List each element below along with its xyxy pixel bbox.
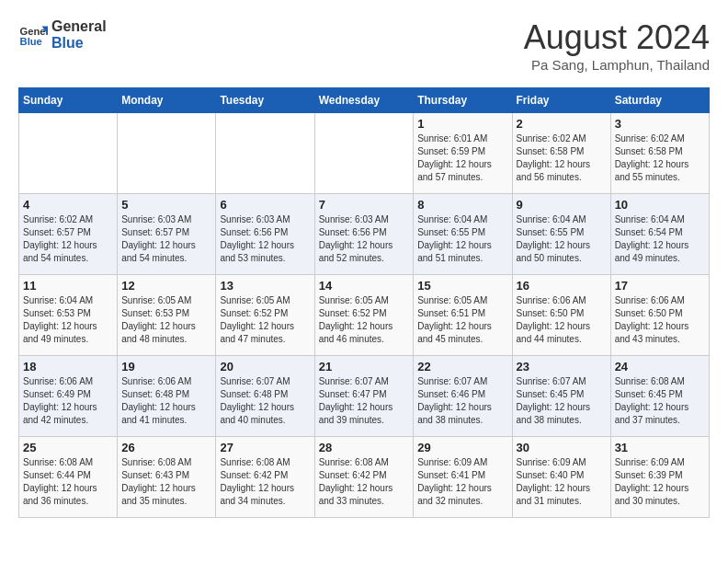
calendar-week-row: 25Sunrise: 6:08 AM Sunset: 6:44 PM Dayli… bbox=[19, 437, 710, 518]
calendar-cell: 13Sunrise: 6:05 AM Sunset: 6:52 PM Dayli… bbox=[216, 275, 314, 356]
day-number: 15 bbox=[417, 279, 507, 293]
day-number: 28 bbox=[319, 441, 410, 454]
calendar-cell: 1Sunrise: 6:01 AM Sunset: 6:59 PM Daylig… bbox=[414, 113, 512, 194]
day-number: 25 bbox=[23, 441, 113, 454]
day-number: 13 bbox=[220, 279, 310, 293]
calendar-table: SundayMondayTuesdayWednesdayThursdayFrid… bbox=[18, 87, 710, 518]
svg-text:Blue: Blue bbox=[20, 36, 42, 47]
calendar-cell bbox=[216, 113, 314, 194]
cell-info-text: Sunrise: 6:01 AM Sunset: 6:59 PM Dayligh… bbox=[417, 132, 507, 184]
day-number: 1 bbox=[417, 117, 507, 131]
calendar-cell bbox=[314, 113, 414, 194]
day-number: 11 bbox=[23, 279, 113, 293]
calendar-cell: 28Sunrise: 6:08 AM Sunset: 6:42 PM Dayli… bbox=[314, 437, 414, 518]
cell-info-text: Sunrise: 6:05 AM Sunset: 6:52 PM Dayligh… bbox=[319, 294, 410, 346]
calendar-cell: 21Sunrise: 6:07 AM Sunset: 6:47 PM Dayli… bbox=[314, 356, 414, 437]
cell-info-text: Sunrise: 6:07 AM Sunset: 6:47 PM Dayligh… bbox=[319, 375, 410, 427]
calendar-cell: 14Sunrise: 6:05 AM Sunset: 6:52 PM Dayli… bbox=[314, 275, 414, 356]
calendar-cell: 24Sunrise: 6:08 AM Sunset: 6:45 PM Dayli… bbox=[610, 356, 709, 437]
calendar-cell: 5Sunrise: 6:03 AM Sunset: 6:57 PM Daylig… bbox=[118, 194, 216, 275]
day-number: 21 bbox=[319, 360, 410, 373]
cell-info-text: Sunrise: 6:04 AM Sunset: 6:55 PM Dayligh… bbox=[517, 213, 607, 265]
day-number: 29 bbox=[417, 441, 507, 454]
calendar-cell: 31Sunrise: 6:09 AM Sunset: 6:39 PM Dayli… bbox=[610, 437, 709, 518]
logo-icon: General Blue bbox=[18, 20, 48, 50]
calendar-cell: 4Sunrise: 6:02 AM Sunset: 6:57 PM Daylig… bbox=[19, 194, 118, 275]
day-number: 20 bbox=[220, 360, 310, 373]
calendar-cell: 29Sunrise: 6:09 AM Sunset: 6:41 PM Dayli… bbox=[414, 437, 512, 518]
cell-info-text: Sunrise: 6:08 AM Sunset: 6:44 PM Dayligh… bbox=[23, 456, 113, 508]
calendar-week-row: 18Sunrise: 6:06 AM Sunset: 6:49 PM Dayli… bbox=[19, 356, 710, 437]
calendar-cell: 23Sunrise: 6:07 AM Sunset: 6:45 PM Dayli… bbox=[512, 356, 610, 437]
cell-info-text: Sunrise: 6:05 AM Sunset: 6:51 PM Dayligh… bbox=[417, 294, 507, 346]
cell-info-text: Sunrise: 6:04 AM Sunset: 6:54 PM Dayligh… bbox=[615, 213, 705, 265]
day-number: 23 bbox=[517, 360, 607, 373]
calendar-cell: 3Sunrise: 6:02 AM Sunset: 6:58 PM Daylig… bbox=[610, 113, 709, 194]
calendar-header-day: Saturday bbox=[610, 88, 709, 113]
cell-info-text: Sunrise: 6:05 AM Sunset: 6:52 PM Dayligh… bbox=[220, 294, 310, 346]
cell-info-text: Sunrise: 6:04 AM Sunset: 6:53 PM Dayligh… bbox=[23, 294, 113, 346]
page-header: General Blue General Blue August 2024 Pa… bbox=[18, 18, 710, 73]
cell-info-text: Sunrise: 6:08 AM Sunset: 6:43 PM Dayligh… bbox=[121, 456, 211, 508]
location-subtitle: Pa Sang, Lamphun, Thailand bbox=[524, 57, 710, 73]
cell-info-text: Sunrise: 6:08 AM Sunset: 6:42 PM Dayligh… bbox=[220, 456, 310, 508]
cell-info-text: Sunrise: 6:09 AM Sunset: 6:41 PM Dayligh… bbox=[417, 456, 507, 508]
calendar-cell bbox=[118, 113, 216, 194]
calendar-cell: 6Sunrise: 6:03 AM Sunset: 6:56 PM Daylig… bbox=[216, 194, 314, 275]
calendar-cell: 11Sunrise: 6:04 AM Sunset: 6:53 PM Dayli… bbox=[19, 275, 118, 356]
day-number: 26 bbox=[121, 441, 211, 454]
day-number: 31 bbox=[615, 441, 705, 454]
day-number: 9 bbox=[517, 198, 607, 212]
cell-info-text: Sunrise: 6:03 AM Sunset: 6:56 PM Dayligh… bbox=[319, 213, 410, 265]
day-number: 14 bbox=[319, 279, 410, 293]
logo-blue: Blue bbox=[51, 35, 107, 52]
day-number: 2 bbox=[517, 117, 607, 131]
calendar-header-day: Tuesday bbox=[216, 88, 314, 113]
calendar-cell: 2Sunrise: 6:02 AM Sunset: 6:58 PM Daylig… bbox=[512, 113, 610, 194]
day-number: 16 bbox=[517, 279, 607, 293]
calendar-week-row: 11Sunrise: 6:04 AM Sunset: 6:53 PM Dayli… bbox=[19, 275, 710, 356]
day-number: 17 bbox=[615, 279, 705, 293]
calendar-cell: 19Sunrise: 6:06 AM Sunset: 6:48 PM Dayli… bbox=[118, 356, 216, 437]
cell-info-text: Sunrise: 6:02 AM Sunset: 6:58 PM Dayligh… bbox=[517, 132, 607, 184]
cell-info-text: Sunrise: 6:06 AM Sunset: 6:48 PM Dayligh… bbox=[121, 375, 211, 427]
logo: General Blue General Blue bbox=[18, 18, 107, 51]
day-number: 24 bbox=[615, 360, 705, 373]
cell-info-text: Sunrise: 6:03 AM Sunset: 6:57 PM Dayligh… bbox=[121, 213, 211, 265]
day-number: 19 bbox=[121, 360, 211, 373]
calendar-cell: 25Sunrise: 6:08 AM Sunset: 6:44 PM Dayli… bbox=[19, 437, 118, 518]
cell-info-text: Sunrise: 6:06 AM Sunset: 6:49 PM Dayligh… bbox=[23, 375, 113, 427]
cell-info-text: Sunrise: 6:08 AM Sunset: 6:42 PM Dayligh… bbox=[319, 456, 410, 508]
calendar-cell: 18Sunrise: 6:06 AM Sunset: 6:49 PM Dayli… bbox=[19, 356, 118, 437]
day-number: 7 bbox=[319, 198, 410, 212]
calendar-header-day: Monday bbox=[118, 88, 216, 113]
calendar-cell: 9Sunrise: 6:04 AM Sunset: 6:55 PM Daylig… bbox=[512, 194, 610, 275]
cell-info-text: Sunrise: 6:02 AM Sunset: 6:58 PM Dayligh… bbox=[615, 132, 705, 184]
day-number: 10 bbox=[615, 198, 705, 212]
calendar-body: 1Sunrise: 6:01 AM Sunset: 6:59 PM Daylig… bbox=[19, 113, 710, 518]
calendar-cell: 26Sunrise: 6:08 AM Sunset: 6:43 PM Dayli… bbox=[118, 437, 216, 518]
cell-info-text: Sunrise: 6:07 AM Sunset: 6:48 PM Dayligh… bbox=[220, 375, 310, 427]
day-number: 4 bbox=[23, 198, 113, 212]
cell-info-text: Sunrise: 6:06 AM Sunset: 6:50 PM Dayligh… bbox=[517, 294, 607, 346]
calendar-cell: 10Sunrise: 6:04 AM Sunset: 6:54 PM Dayli… bbox=[610, 194, 709, 275]
day-number: 8 bbox=[417, 198, 507, 212]
cell-info-text: Sunrise: 6:05 AM Sunset: 6:53 PM Dayligh… bbox=[121, 294, 211, 346]
calendar-cell: 7Sunrise: 6:03 AM Sunset: 6:56 PM Daylig… bbox=[314, 194, 414, 275]
cell-info-text: Sunrise: 6:09 AM Sunset: 6:40 PM Dayligh… bbox=[517, 456, 607, 508]
calendar-cell: 17Sunrise: 6:06 AM Sunset: 6:50 PM Dayli… bbox=[610, 275, 709, 356]
calendar-header-row: SundayMondayTuesdayWednesdayThursdayFrid… bbox=[19, 88, 710, 113]
calendar-header-day: Sunday bbox=[19, 88, 118, 113]
calendar-cell: 20Sunrise: 6:07 AM Sunset: 6:48 PM Dayli… bbox=[216, 356, 314, 437]
cell-info-text: Sunrise: 6:02 AM Sunset: 6:57 PM Dayligh… bbox=[23, 213, 113, 265]
calendar-header-day: Friday bbox=[512, 88, 610, 113]
cell-info-text: Sunrise: 6:08 AM Sunset: 6:45 PM Dayligh… bbox=[615, 375, 705, 427]
calendar-header-day: Wednesday bbox=[314, 88, 414, 113]
cell-info-text: Sunrise: 6:07 AM Sunset: 6:45 PM Dayligh… bbox=[517, 375, 607, 427]
day-number: 27 bbox=[220, 441, 310, 454]
day-number: 18 bbox=[23, 360, 113, 373]
cell-info-text: Sunrise: 6:03 AM Sunset: 6:56 PM Dayligh… bbox=[220, 213, 310, 265]
calendar-cell bbox=[19, 113, 118, 194]
calendar-cell: 16Sunrise: 6:06 AM Sunset: 6:50 PM Dayli… bbox=[512, 275, 610, 356]
calendar-week-row: 4Sunrise: 6:02 AM Sunset: 6:57 PM Daylig… bbox=[19, 194, 710, 275]
